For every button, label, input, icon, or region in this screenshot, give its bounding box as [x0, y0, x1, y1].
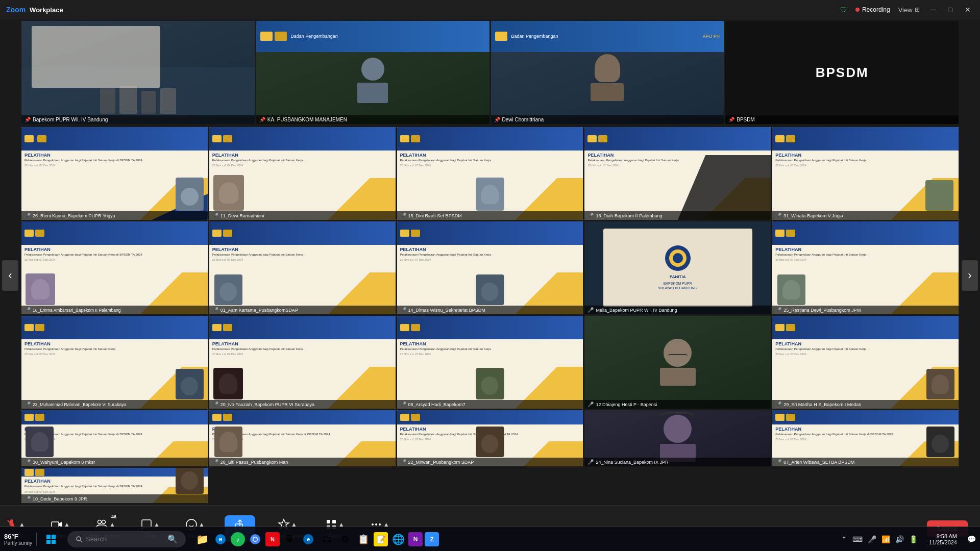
tray-mic-icon[interactable]: 🎤 — [867, 534, 877, 544]
windows-logo-icon — [46, 535, 56, 544]
participant-label-16: 🎤 20_Ivo Fauziah_Bapekom PUPR VI Surabay… — [209, 400, 396, 409]
name-8: 13_Diah-Bapekom II Palembang — [596, 213, 662, 218]
search-input[interactable] — [86, 535, 162, 543]
mic-icon-11: 🎤 — [212, 307, 218, 313]
taskbar-spotify-icon[interactable]: ♪ — [231, 532, 245, 546]
taskbar-settings-icon[interactable]: ⚙ — [337, 531, 353, 547]
taskbar-clock[interactable]: 9:58 AM 11/25/2024 — [923, 533, 963, 545]
participant-label-6: 🎤 11_Dewi Ramadhiani — [209, 211, 396, 220]
taskbar-chrome2-icon[interactable]: 🌐 — [390, 531, 406, 547]
panel-bpsdm: BPSDM 📌 BPSDM — [725, 21, 959, 124]
participant-label-2: 📌 KA. PUSBANGKOM MANAJEMEN — [256, 115, 489, 124]
taskbar-files-icon[interactable]: 🗂 — [318, 531, 335, 547]
close-button[interactable]: ✕ — [962, 5, 974, 15]
name-20: 30_Wahyuni_Bapekom 8 mksr — [33, 460, 95, 465]
svg-marker-4 — [59, 522, 62, 527]
svg-point-15 — [372, 523, 374, 525]
taskbar-netflix-icon[interactable]: N — [265, 532, 280, 546]
name-11: 01_Aam Kartama_PusbangkomSDAP — [220, 308, 298, 313]
panel-sri: PELATIHAN Pelaksanaan Pengelolaan Anggar… — [772, 316, 959, 409]
mic-icon-12: 🎤 — [400, 307, 406, 313]
mic-icon-16: 🎤 — [212, 402, 218, 407]
participant-label-7: 🎤 15_Dini Riarti-Set BPSDM — [397, 211, 583, 220]
tray-battery-icon[interactable]: 🔋 — [908, 534, 919, 544]
participants-grid: PELATIHAN Pelaksanaan Pengelolaan Anggar… — [21, 127, 959, 503]
row-4: PELATIHAN Pelaksanaan Pengelolaan Anggar… — [21, 316, 959, 409]
svg-point-6 — [102, 520, 106, 523]
taskbar-notes-icon[interactable]: 📝 — [374, 532, 388, 546]
participant-label-5: 🎤 26_Rieni Karina_Bapekom PUPR Yogya — [21, 211, 208, 220]
mic-icon-13: 🎤 — [587, 307, 594, 313]
mic-icon-10: 🎤 — [24, 307, 31, 313]
minimize-button[interactable]: ─ — [928, 5, 939, 15]
recording-badge: Recording — [855, 6, 890, 13]
mic-icon-24: 🎤 — [775, 459, 781, 465]
mic-icon-14: 🎤 — [775, 307, 781, 313]
system-tray: ⌃ ⌨ 🎤 📶 🔊 🔋 — [836, 534, 923, 544]
name-15: 23_Muhammad Rahman_Bapekom VI Surabaya — [33, 402, 126, 407]
svg-point-16 — [375, 523, 377, 525]
taskbar-calc-icon[interactable]: 🖩 — [282, 531, 298, 547]
clock-date: 11/25/2024 — [929, 539, 957, 545]
pin-icon-2: 📌 — [259, 117, 265, 122]
taskbar-edge2-icon[interactable]: e — [300, 531, 316, 547]
panel-nina: 🎤 24_Nina Suciana_Bapekom IX JPR — [584, 410, 771, 466]
maximize-button[interactable]: □ — [945, 5, 955, 15]
pin-icon-4: 📌 — [728, 117, 734, 122]
taskbar-explorer-icon[interactable]: 📁 — [194, 531, 210, 547]
name-24: 07_Arien Wibawa_SETBA BPSDM — [783, 460, 854, 465]
panel-pusbangkom: Badan Pengembangan 📌 KA. PUSBANGKOM MANA… — [256, 21, 489, 124]
tray-keyboard-icon[interactable]: ⌨ — [851, 534, 864, 544]
taskbar-chrome-icon[interactable] — [247, 531, 263, 547]
search-icon — [76, 536, 83, 543]
name-6: 11_Dewi Ramadhiani — [220, 213, 264, 218]
tray-volume-icon[interactable]: 🔊 — [894, 534, 905, 544]
participant-label-1: 📌 Bapekom PUPR Wil. IV Bandung — [21, 115, 255, 124]
title-controls: 🛡 Recording View ⊞ ─ □ ✕ — [840, 5, 974, 15]
start-button[interactable] — [39, 527, 63, 552]
panel-dini: PELATIHAN Pelaksanaan Pengelolaan Anggar… — [397, 127, 583, 220]
participant-label-22: 🎤 22_Mirwan_Pusbangkom SDAP — [397, 458, 583, 466]
prev-page-button[interactable]: ‹ — [2, 260, 18, 291]
taskbar-edge-icon[interactable]: e — [212, 531, 229, 547]
participant-label-9: 🎤 31_Winata-Bapekom V Jogja — [772, 211, 959, 220]
clock-time: 9:58 AM — [937, 533, 957, 539]
mic-icon-20: 🎤 — [24, 459, 31, 465]
svg-rect-18 — [46, 535, 51, 539]
taskbar-more-apps-icon[interactable]: 📋 — [355, 531, 372, 547]
row-3: PELATIHAN Pelaksanaan Pengelolaan Anggar… — [21, 221, 959, 314]
participant-label-8: 🎤 13_Diah-Bapekom II Palembang — [584, 211, 771, 220]
view-button[interactable]: View ⊞ — [898, 6, 920, 14]
notification-icon[interactable]: 💬 — [963, 535, 980, 543]
bing-icon: 🔍 — [167, 534, 178, 544]
panel-arsyad: PELATIHAN Pelaksanaan Pengelolaan Anggar… — [397, 316, 583, 409]
row-5: PELATIHAN Pelaksanaan Pengelolaan Anggar… — [21, 410, 959, 503]
name-2: KA. PUSBANGKOM MANAJEMEN — [267, 117, 347, 122]
participant-label-4: 📌 BPSDM — [725, 115, 959, 124]
svg-rect-21 — [52, 540, 56, 544]
panel-dewi: Badan Pengembangan APU PR 📌 Dewi Chomitt… — [491, 21, 724, 124]
name-1: Bapekom PUPR Wil. IV Bandung — [33, 117, 108, 122]
taskbar-zoom-icon[interactable]: Z — [425, 532, 439, 546]
taskbar-search[interactable]: 🔍 — [67, 531, 186, 547]
panel-aam: PELATIHAN Pelaksanaan Pengelolaan Anggar… — [209, 221, 396, 314]
svg-rect-12 — [332, 520, 336, 523]
panel-dede: PELATIHAN Pelaksanaan Pengelolaan Anggar… — [21, 468, 208, 503]
panel-mirwan: PELATIHAN Pelaksanaan Pengelolaan Anggar… — [397, 410, 583, 466]
row-2: PELATIHAN Pelaksanaan Pengelolaan Anggar… — [21, 127, 959, 220]
mic-icon-8: 🎤 — [587, 213, 594, 218]
top-speakers-row: 📌 Bapekom PUPR Wil. IV Bandung Badan Pen… — [21, 21, 959, 124]
panel-rieni: PELATIHAN Pelaksanaan Pengelolaan Anggar… — [21, 127, 208, 220]
svg-rect-3 — [52, 522, 59, 527]
name-14: 25_Restiana Dewi_Pusbangkom JPW — [783, 308, 861, 313]
svg-rect-19 — [52, 535, 56, 539]
mic-icon-17: 🎤 — [400, 402, 406, 407]
tray-wifi-icon[interactable]: 📶 — [880, 534, 891, 544]
tray-chevron-icon[interactable]: ⌃ — [840, 534, 848, 544]
panel-bapekom-bandung: 📌 Bapekom PUPR Wil. IV Bandung — [21, 21, 255, 124]
taskbar-onenote-icon[interactable]: N — [408, 532, 423, 546]
panel-muhammad: PELATIHAN Pelaksanaan Pengelolaan Anggar… — [21, 316, 208, 409]
mic-icon-9: 🎤 — [775, 213, 781, 218]
title-bar: Zoom Workplace 🛡 Recording View ⊞ ─ □ ✕ — [0, 0, 980, 19]
next-page-button[interactable]: › — [962, 260, 978, 291]
